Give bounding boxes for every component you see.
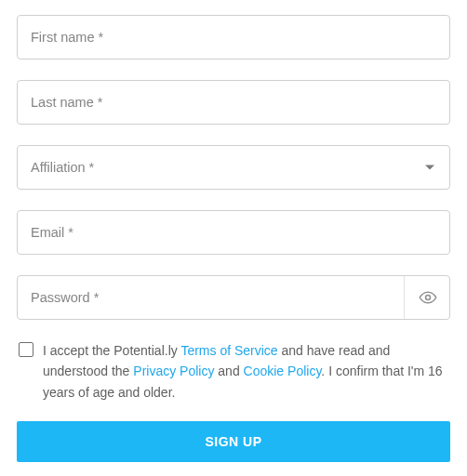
password-input[interactable]: [17, 275, 450, 320]
terms-text: I accept the Potential.ly Terms of Servi…: [43, 340, 448, 403]
privacy-policy-link[interactable]: Privacy Policy: [133, 364, 214, 378]
eye-icon: [419, 288, 437, 307]
signup-button[interactable]: SIGN UP: [17, 421, 450, 462]
affiliation-placeholder: Affiliation *: [31, 160, 94, 175]
cookie-policy-link[interactable]: Cookie Policy: [244, 364, 322, 378]
first-name-input[interactable]: [17, 15, 450, 60]
affiliation-select[interactable]: Affiliation *: [17, 145, 450, 190]
terms-of-service-link[interactable]: Terms of Service: [180, 343, 277, 358]
svg-point-0: [425, 296, 430, 300]
last-name-input[interactable]: [17, 80, 450, 125]
terms-checkbox[interactable]: [19, 342, 33, 357]
chevron-down-icon: [425, 165, 434, 170]
toggle-password-visibility-button[interactable]: [404, 276, 450, 319]
email-input[interactable]: [17, 210, 450, 255]
